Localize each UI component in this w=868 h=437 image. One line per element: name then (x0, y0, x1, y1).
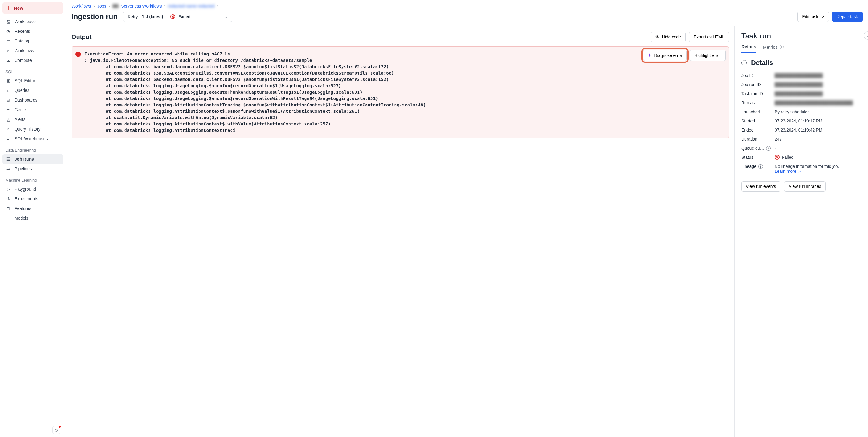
feedback-button[interactable]: ☺ (53, 426, 60, 434)
sidebar-item-models[interactable]: ◫Models (2, 213, 63, 223)
repair-task-button[interactable]: Repair task (832, 11, 863, 22)
label: Task run ID (741, 91, 775, 96)
breadcrumb-workflows[interactable]: Workflows (71, 4, 91, 8)
value: No lineage information for this job.Lear… (775, 164, 861, 174)
sidebar-item-query-history[interactable]: ↺Query History (2, 124, 63, 134)
edit-task-label: Edit task (802, 14, 818, 19)
export-html-label: Export as HTML (694, 35, 724, 39)
sidebar-item-workflows[interactable]: ⑃Workflows (2, 46, 63, 56)
sidebar-item-sql-editor[interactable]: ▣SQL Editor (2, 76, 63, 86)
sidebar: New ▧Workspace ◔Recents ▤Catalog ⑃Workfl… (0, 0, 66, 437)
sidebar-item-sql-warehouses[interactable]: ≡SQL Warehouses (2, 134, 63, 144)
sidebar-item-workspace[interactable]: ▧Workspace (2, 17, 63, 26)
breadcrumb-serverless[interactable]: Serverless Workflows (121, 4, 161, 8)
new-button[interactable]: New (2, 2, 63, 13)
terminal-icon: ▣ (5, 78, 11, 83)
sidebar-item-job-runs[interactable]: ☰Job Runs (2, 154, 63, 164)
value: 07/23/2024, 01:19:42 PM (775, 128, 861, 132)
search-icon: ⌕ (5, 88, 11, 93)
pipeline-icon: ⇄ (5, 166, 11, 171)
fail-icon (775, 155, 779, 160)
cube-icon: ◫ (5, 216, 11, 221)
edit-task-button[interactable]: Edit task (797, 11, 829, 22)
value[interactable]: ████████████████ (775, 73, 861, 78)
flask-icon: ⚗ (5, 196, 11, 201)
row-duration: Duration24s (741, 134, 861, 144)
section-title-ml: Machine Learning (2, 174, 63, 184)
retry-prefix: Retry: (128, 14, 139, 19)
sidebar-item-label: Features (14, 206, 31, 211)
sparkle-icon: ✦ (5, 107, 11, 112)
task-run-tabs: Details Metricsi (741, 44, 861, 53)
sidebar-item-features[interactable]: ⊡Features (2, 204, 63, 213)
diagnose-error-button[interactable]: ✦Diagnose error (643, 50, 687, 61)
info-icon[interactable]: i (758, 164, 763, 169)
highlight-error-button[interactable]: Highlight error (690, 50, 725, 61)
tab-details[interactable]: Details (741, 44, 756, 53)
dashboard-icon: ⊞ (5, 98, 11, 102)
breadcrumb-redacted (113, 4, 119, 8)
sidebar-item-recents[interactable]: ◔Recents (2, 26, 63, 36)
button-label: View run libraries (788, 184, 821, 189)
sidebar-item-catalog[interactable]: ▤Catalog (2, 36, 63, 46)
sidebar-item-experiments[interactable]: ⚗Experiments (2, 194, 63, 204)
hide-code-label: Hide code (662, 35, 681, 39)
button-label: View run events (746, 184, 776, 189)
lineage-text: No lineage information for this job. (775, 164, 839, 169)
output-title: Output (71, 34, 92, 41)
label: Job run ID (741, 82, 775, 87)
task-run-panel: Task run Details Metricsi i Details Job … (735, 26, 868, 437)
tab-label: Details (741, 44, 756, 49)
value[interactable]: ████████████████ (775, 82, 861, 87)
export-html-button[interactable]: Export as HTML (689, 32, 729, 42)
sidebar-item-pipelines[interactable]: ⇄Pipelines (2, 164, 63, 174)
sidebar-item-alerts[interactable]: △Alerts (2, 115, 63, 124)
retry-value: 1st (latest) (142, 14, 163, 19)
new-button-label: New (14, 5, 23, 10)
retry-sep: · (166, 14, 167, 19)
sparkle-icon: ✦ (648, 53, 652, 58)
sidebar-item-label: Query History (14, 127, 41, 131)
sidebar-item-label: SQL Editor (14, 78, 35, 83)
sidebar-item-genie[interactable]: ✦Genie (2, 105, 63, 115)
value: By retry scheduler (775, 110, 861, 114)
repair-task-label: Repair task (836, 14, 858, 19)
tab-metrics[interactable]: Metricsi (763, 44, 784, 53)
view-run-libraries-button[interactable]: View run libraries (784, 181, 826, 191)
label: Job ID (741, 73, 775, 78)
external-link-icon (797, 169, 801, 174)
breadcrumb-redacted-job[interactable]: redacted-name-redacted (168, 4, 214, 8)
label: Status (741, 155, 775, 160)
row-ended: Ended07/23/2024, 01:19:42 PM (741, 125, 861, 134)
hide-code-button[interactable]: 👁Hide code (651, 32, 686, 42)
value[interactable]: ████████████████ (775, 91, 861, 96)
diagnose-error-label: Diagnose error (654, 53, 682, 58)
breadcrumb: Workflows › Jobs › Serverless Workflows … (71, 4, 863, 8)
label: Started (741, 119, 775, 123)
play-icon: ▷ (5, 187, 11, 191)
sidebar-item-compute[interactable]: ☁Compute (2, 56, 63, 65)
learn-more-link[interactable]: Learn more (775, 169, 801, 174)
external-link-icon (821, 14, 824, 19)
retry-dropdown[interactable]: Retry: 1st (latest) · Failed ⌄ (123, 11, 232, 22)
info-icon[interactable]: i (766, 146, 771, 151)
chevron-right-icon: › (109, 4, 110, 8)
label: Ended (741, 128, 775, 132)
database-icon: ≡ (5, 136, 11, 141)
sidebar-item-playground[interactable]: ▷Playground (2, 184, 63, 194)
row-job-id: Job ID████████████████ (741, 71, 861, 80)
highlight-error-label: Highlight error (694, 53, 721, 58)
row-started: Started07/23/2024, 01:19:17 PM (741, 116, 861, 125)
book-icon: ▤ (5, 38, 11, 43)
chevron-right-icon: › (93, 4, 95, 8)
error-stacktrace: ExecutionError: An error occurred while … (85, 51, 723, 134)
sidebar-item-dashboards[interactable]: ⊞Dashboards (2, 95, 63, 105)
breadcrumb-jobs[interactable]: Jobs (97, 4, 106, 8)
output-panel: Output 👁Hide code Export as HTML ! ✦Diag… (66, 26, 735, 437)
info-icon: i (741, 60, 747, 65)
row-run-as: Run as██████████████████████████ (741, 98, 861, 107)
view-run-events-button[interactable]: View run events (741, 181, 780, 191)
section-title-sql: SQL (2, 65, 63, 76)
sidebar-item-label: Recents (14, 29, 30, 34)
sidebar-item-queries[interactable]: ⌕Queries (2, 86, 63, 95)
